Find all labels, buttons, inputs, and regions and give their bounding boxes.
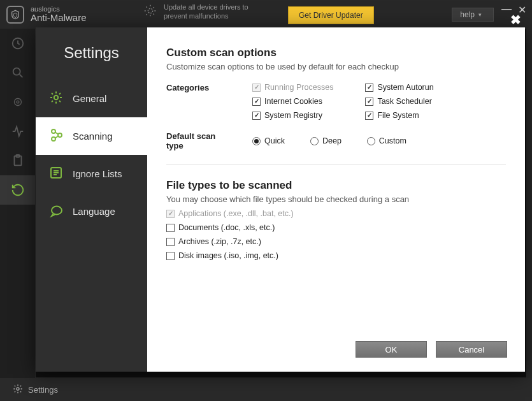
checkbox-icon xyxy=(252,84,261,92)
checkbox-label: System Registry xyxy=(264,111,322,120)
checkbox-icon xyxy=(166,252,175,260)
checkbox-ft-disk-images[interactable]: Disk images (.iso, .img, etc.) xyxy=(166,251,506,260)
radio-icon xyxy=(367,137,375,145)
radio-label: Deep xyxy=(322,136,341,145)
section-title-file-types: File types to be scanned xyxy=(166,179,506,192)
checkbox-file-system[interactable]: File System xyxy=(365,111,433,120)
nav-item-ignore-lists[interactable]: Ignore Lists xyxy=(36,155,147,193)
section-subtitle-file-types: You may choose which file types should b… xyxy=(166,194,506,204)
checkbox-icon xyxy=(166,210,175,218)
nav-label: Language xyxy=(73,206,115,217)
checkbox-ft-applications: Applications (.exe, .dll, .bat, etc.) xyxy=(166,209,506,218)
radio-deep[interactable]: Deep xyxy=(310,136,341,145)
svg-point-0 xyxy=(148,8,152,13)
checkbox-icon xyxy=(252,112,261,120)
section-subtitle-custom-scan: Customize scan options to be used by def… xyxy=(166,62,506,71)
scanning-icon xyxy=(48,128,64,145)
checkbox-running-processes: Running Processes xyxy=(252,83,333,92)
checkbox-label: Disk images (.iso, .img, etc.) xyxy=(178,251,278,260)
rail-item-overview[interactable] xyxy=(0,29,35,58)
radio-label: Quick xyxy=(264,136,285,145)
svg-point-8 xyxy=(52,129,55,133)
rail-item-clipboard[interactable] xyxy=(0,146,35,175)
checkbox-system-registry[interactable]: System Registry xyxy=(252,111,333,120)
nav-item-scanning[interactable]: Scanning xyxy=(36,117,147,155)
checkbox-label: Archives (.zip, .7z, etc.) xyxy=(178,237,261,246)
nav-item-language[interactable]: Language xyxy=(36,193,147,230)
checkbox-icon xyxy=(166,238,175,246)
statusbar-settings-button[interactable]: Settings xyxy=(6,381,64,398)
checkbox-internet-cookies[interactable]: Internet Cookies xyxy=(252,97,333,106)
cancel-button[interactable]: Cancel xyxy=(436,341,507,358)
radio-custom[interactable]: Custom xyxy=(367,136,406,145)
app-header: auslogics Anti-Malware Update all device… xyxy=(0,0,532,29)
nav-label: Ignore Lists xyxy=(73,168,122,179)
update-notice: Update all device drivers to prevent mal… xyxy=(143,3,248,21)
rail-item-activity[interactable] xyxy=(0,117,35,146)
gear-icon xyxy=(48,90,64,107)
settings-dialog: ✖ Settings General Scanning Ignore Lists… xyxy=(36,27,525,372)
statusbar-settings-label: Settings xyxy=(28,385,58,395)
svg-point-3 xyxy=(17,101,19,103)
rail-item-refresh[interactable] xyxy=(0,175,35,205)
radio-label: Custom xyxy=(379,136,406,145)
checkbox-task-scheduler[interactable]: Task Scheduler xyxy=(365,97,433,106)
dialog-title: Settings xyxy=(36,44,147,62)
rail-item-search[interactable] xyxy=(0,58,35,87)
section-title-custom-scan: Custom scan options xyxy=(166,47,506,59)
checkbox-label: Applications (.exe, .dll, .bat, etc.) xyxy=(178,209,294,218)
left-rail xyxy=(0,29,35,378)
svg-point-6 xyxy=(17,388,19,390)
checkbox-label: Documents (.doc, .xls, etc.) xyxy=(178,223,275,232)
checkbox-ft-archives[interactable]: Archives (.zip, .7z, etc.) xyxy=(166,237,506,246)
app-brand: auslogics Anti-Malware xyxy=(31,5,87,24)
dialog-sidebar: Settings General Scanning Ignore Lists L… xyxy=(36,27,147,372)
list-icon xyxy=(48,165,64,182)
categories-label: Categories xyxy=(166,83,233,92)
ok-button[interactable]: OK xyxy=(356,341,427,358)
app-logo-icon xyxy=(6,6,24,24)
checkbox-icon xyxy=(252,98,261,106)
scan-type-label: Default scan type xyxy=(166,131,233,150)
gear-icon xyxy=(13,384,23,396)
svg-point-10 xyxy=(58,133,62,137)
dialog-close-button[interactable]: ✖ xyxy=(508,12,522,27)
chat-icon xyxy=(48,203,64,220)
nav-item-general[interactable]: General xyxy=(36,80,147,117)
radio-icon xyxy=(252,137,261,145)
checkbox-icon xyxy=(365,112,373,120)
svg-point-9 xyxy=(52,137,55,141)
rail-item-hazard[interactable] xyxy=(0,87,35,117)
get-driver-updater-button[interactable]: Get Driver Updater xyxy=(288,6,374,24)
checkbox-label: Internet Cookies xyxy=(264,97,322,106)
status-bar: Settings xyxy=(0,378,532,401)
checkbox-label: File System xyxy=(377,111,419,120)
checkbox-icon xyxy=(365,84,373,92)
radio-quick[interactable]: Quick xyxy=(252,136,285,145)
svg-point-2 xyxy=(13,68,20,75)
checkbox-icon xyxy=(166,224,175,232)
nav-label: General xyxy=(73,93,106,104)
sun-icon xyxy=(143,4,157,20)
checkbox-label: System Autorun xyxy=(377,83,433,92)
checkbox-system-autorun[interactable]: System Autorun xyxy=(365,83,433,92)
radio-icon xyxy=(310,137,319,145)
nav-label: Scanning xyxy=(73,131,113,142)
checkbox-ft-documents[interactable]: Documents (.doc, .xls, etc.) xyxy=(166,223,506,232)
checkbox-label: Task Scheduler xyxy=(377,97,431,106)
checkbox-label: Running Processes xyxy=(264,83,333,92)
checkbox-icon xyxy=(365,98,373,106)
svg-point-7 xyxy=(54,96,58,99)
help-dropdown[interactable]: help xyxy=(452,8,494,22)
dialog-content: Custom scan options Customize scan optio… xyxy=(147,27,525,372)
